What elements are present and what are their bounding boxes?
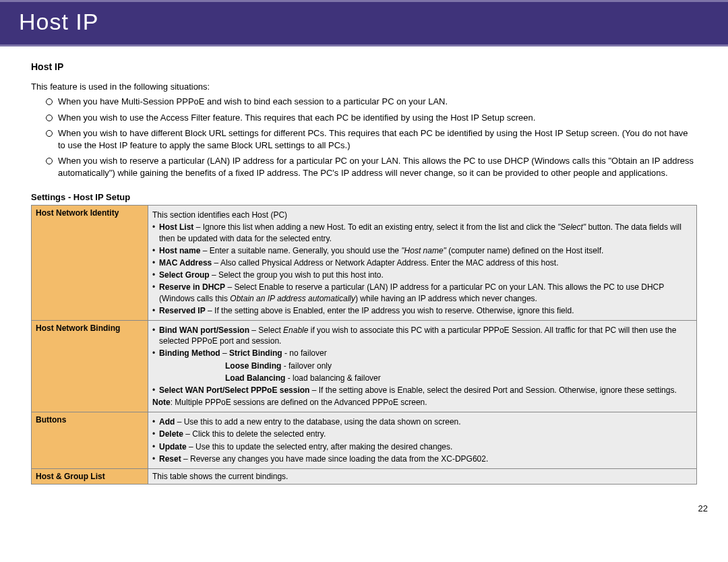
intro-text: This feature is used in the following si…: [31, 82, 697, 92]
table-row: Host Network Binding Bind WAN port/Sessi…: [32, 320, 697, 412]
page-content: Host IP This feature is used in the foll…: [0, 46, 728, 498]
load-balancing-item: Load Balancing - load balancing & failov…: [152, 373, 692, 383]
table-row: Host Network Identity This section ident…: [32, 206, 697, 321]
bindingmethod-item: Binding Method – Strict Binding - no fai…: [152, 348, 692, 358]
row-content: This table shows the current bindings.: [148, 469, 697, 485]
reservedip-item: Reserved IP – If the setting above is En…: [152, 305, 692, 316]
selectwan-item: Select WAN Port/Select PPPoE session – I…: [152, 385, 692, 396]
reservedhcp-item: Reserve in DHCP – Select Enable to reser…: [152, 282, 692, 303]
hostlist-item: Host List – Ignore this list when adding…: [152, 222, 692, 243]
row-content: Add – Use this to add a new entry to the…: [148, 412, 697, 469]
selectgroup-item: Select Group – Select the group you wish…: [152, 270, 692, 280]
list-item: When you have Multi-Session PPPoE and wi…: [46, 96, 697, 108]
page-header: Host IP: [0, 0, 728, 46]
table-row: Buttons Add – Use this to add a new entr…: [32, 412, 697, 469]
page-number: 22: [0, 498, 728, 522]
list-item: When you wish to use the Access Filter f…: [46, 112, 697, 124]
row-label: Host Network Identity: [32, 206, 148, 321]
list-item: When you wish to have different Block UR…: [46, 127, 697, 151]
update-item: Update – Use this to update the selected…: [152, 441, 692, 452]
identity-intro: This section identifies each Host (PC): [152, 210, 692, 220]
reset-item: Reset – Reverse any changes you have mad…: [152, 454, 692, 464]
table-row: Host & Group List This table shows the c…: [32, 469, 697, 485]
delete-item: Delete – Click this to delete the select…: [152, 429, 692, 439]
section-title: Host IP: [31, 61, 697, 72]
hostname-item: Host name – Enter a suitable name. Gener…: [152, 245, 692, 256]
row-label: Host Network Binding: [32, 320, 148, 412]
row-label: Host & Group List: [32, 469, 148, 485]
page-title: Host IP: [19, 9, 709, 35]
bindwan-item: Bind WAN port/Session – Select Enable if…: [152, 325, 692, 346]
row-content: Bind WAN port/Session – Select Enable if…: [148, 320, 697, 412]
settings-table: Host Network Identity This section ident…: [31, 205, 697, 485]
loose-binding-item: Loose Binding - failover only: [152, 361, 692, 371]
add-item: Add – Use this to add a new entry to the…: [152, 416, 692, 427]
mac-item: MAC Address – Also called Physical Addre…: [152, 257, 692, 268]
row-content: This section identifies each Host (PC) H…: [148, 206, 697, 321]
situation-list: When you have Multi-Session PPPoE and wi…: [31, 96, 697, 179]
note-item: Note: Multiple PPPoE sessions are define…: [152, 397, 692, 408]
row-label: Buttons: [32, 412, 148, 469]
list-item: When you wish to reserve a particular (L…: [46, 155, 697, 179]
settings-subtitle: Settings - Host IP Setup: [31, 192, 697, 202]
